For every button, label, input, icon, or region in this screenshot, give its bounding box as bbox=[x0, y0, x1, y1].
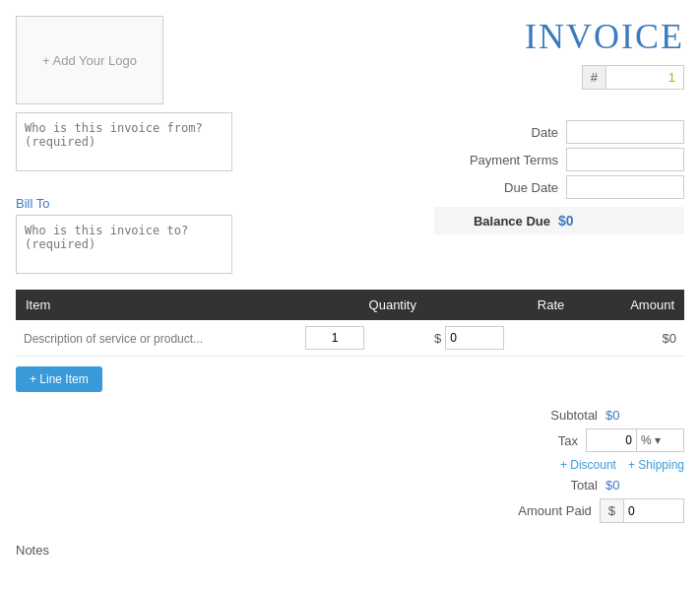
total-value: $0 bbox=[605, 478, 684, 493]
payment-terms-input[interactable] bbox=[566, 148, 684, 171]
add-logo-label: + Add Your Logo bbox=[42, 53, 137, 68]
col-amount: Amount bbox=[574, 290, 684, 320]
amount-paid-group: $ bbox=[600, 498, 684, 523]
tax-percent-dropdown[interactable]: % ▾ bbox=[636, 429, 665, 451]
col-quantity: Quantity bbox=[297, 290, 426, 320]
tax-label: Tax bbox=[460, 433, 578, 448]
due-date-input[interactable] bbox=[566, 175, 684, 199]
col-item: Item bbox=[16, 290, 297, 320]
date-input[interactable] bbox=[566, 120, 684, 144]
bill-to-label: Bill To bbox=[16, 196, 232, 211]
balance-due-value: $0 bbox=[558, 213, 676, 229]
subtotal-value: $0 bbox=[605, 408, 684, 423]
total-label: Total bbox=[479, 478, 598, 493]
table-row: $ $0 bbox=[16, 320, 684, 357]
invoice-hash-symbol: # bbox=[582, 65, 605, 90]
line-items-table: Item Quantity Rate Amount $ $0 bbox=[16, 290, 684, 357]
logo-upload-area[interactable]: + Add Your Logo bbox=[16, 16, 163, 104]
amount-cell: $0 bbox=[574, 320, 684, 357]
due-date-label: Due Date bbox=[450, 180, 558, 195]
add-line-item-button[interactable]: + Line Item bbox=[16, 366, 102, 392]
add-discount-link[interactable]: + Discount bbox=[560, 458, 616, 472]
amount-paid-dollar-sign: $ bbox=[601, 499, 624, 522]
invoice-number-input[interactable] bbox=[605, 65, 684, 90]
quantity-input[interactable] bbox=[305, 326, 364, 350]
rate-dollar-sign: $ bbox=[434, 331, 441, 346]
col-rate: Rate bbox=[426, 290, 574, 320]
subtotal-label: Subtotal bbox=[479, 408, 598, 423]
bill-to-input[interactable] bbox=[16, 215, 232, 274]
notes-label: Notes bbox=[16, 543, 684, 558]
add-shipping-link[interactable]: + Shipping bbox=[628, 458, 684, 472]
amount-paid-input[interactable] bbox=[624, 500, 683, 522]
amount-paid-label: Amount Paid bbox=[474, 503, 592, 518]
rate-input[interactable] bbox=[445, 326, 504, 350]
date-label: Date bbox=[450, 125, 558, 140]
totals-section: Subtotal $0 Tax % ▾ + Discount + Shippin… bbox=[16, 408, 684, 523]
invoice-title: INVOICE bbox=[525, 16, 684, 57]
discount-shipping-row: + Discount + Shipping bbox=[16, 458, 684, 472]
from-input[interactable] bbox=[16, 112, 232, 171]
payment-terms-label: Payment Terms bbox=[450, 153, 558, 167]
balance-due-label: Balance Due bbox=[442, 214, 550, 229]
tax-value-input[interactable] bbox=[587, 429, 636, 451]
item-description-input[interactable] bbox=[24, 332, 289, 346]
tax-input-group: % ▾ bbox=[586, 428, 684, 452]
